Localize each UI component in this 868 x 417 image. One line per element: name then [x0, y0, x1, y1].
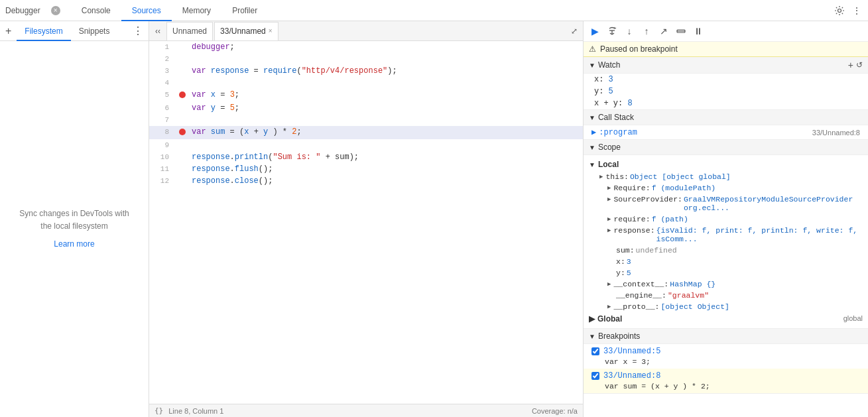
code-line-9: 9	[149, 139, 583, 151]
debug-toolbar: ▶ ↓ ↑ ↗ ⏸	[584, 21, 868, 42]
learn-more-link[interactable]: Learn more	[54, 238, 94, 251]
svg-point-0	[838, 9, 841, 12]
sidebar-tabs: + FilesystemSnippets ⋮	[0, 21, 149, 41]
code-line-8: 8var sum = (x + y ) * 2;	[149, 126, 583, 139]
watch-header[interactable]: ▼ Watch + ↺	[584, 57, 868, 74]
breakpoint-gutter-12[interactable]	[176, 175, 189, 187]
step-into-button[interactable]: ↓	[622, 24, 637, 38]
scope-val-2: GraalVMRepositoryModuleSourceProvider or…	[684, 195, 865, 212]
breakpoints-label: Breakpoints	[598, 331, 640, 341]
breakpoint-gutter-4[interactable]	[176, 77, 189, 89]
code-line-7: 7	[149, 114, 583, 126]
watch-items: x: 3y: 5x + y: 8	[584, 74, 868, 109]
line-number-5: 5	[149, 89, 176, 102]
bp-checkbox-0[interactable]	[591, 347, 599, 355]
expand-arrow-10[interactable]: ▶	[607, 302, 611, 310]
line-number-3: 3	[149, 65, 176, 77]
editor-tab-33-Unnamed[interactable]: 33/Unnamed×	[214, 22, 279, 40]
scope-items: ▶this: Object [object global]▶Require: f…	[584, 171, 868, 312]
tab-top-profiler[interactable]: Profiler	[221, 0, 268, 21]
local-scope-label[interactable]: ▼ Local	[584, 158, 868, 171]
breakpoint-gutter-1[interactable]	[176, 41, 189, 53]
deactivate-breakpoints-button[interactable]	[674, 24, 688, 38]
scope-val-7: 5	[627, 268, 631, 277]
sidebar-tab-snippets[interactable]: Snippets	[71, 21, 118, 41]
expand-arrow-8[interactable]: ▶	[607, 280, 611, 288]
callstack-header[interactable]: ▼ Call Stack	[584, 110, 868, 125]
tab-top-sources[interactable]: Sources	[121, 0, 172, 21]
code-content-10: response.println("Sum is: " + sum);	[189, 151, 583, 163]
breakpoint-gutter-7[interactable]	[176, 114, 189, 126]
line-number-4: 4	[149, 77, 176, 89]
line-number-8: 8	[149, 126, 176, 139]
step-button[interactable]: ↗	[656, 24, 671, 38]
resume-button[interactable]: ▶	[588, 24, 602, 38]
breakpoint-gutter-8[interactable]	[176, 126, 189, 139]
main-layout: + FilesystemSnippets ⋮ Sync changes in D…	[0, 21, 868, 417]
breakpoint-gutter-3[interactable]	[176, 65, 189, 77]
expand-arrow-2[interactable]: ▶	[607, 195, 611, 203]
breakpoint-gutter-9[interactable]	[176, 139, 189, 151]
bp-code-0: var x = 3;	[591, 357, 860, 366]
line-number-10: 10	[149, 151, 176, 163]
add-watch-button[interactable]: +	[848, 60, 853, 70]
expand-arrow-3[interactable]: ▶	[607, 215, 611, 223]
breakpoint-gutter-10[interactable]	[176, 151, 189, 163]
scope-section: ▼ Scope ▼ Local ▶this: Object [object gl…	[584, 140, 868, 329]
refresh-watch-button[interactable]: ↺	[856, 60, 863, 70]
tab-top-memory[interactable]: Memory	[172, 0, 221, 21]
tab-top-console[interactable]: Console	[71, 0, 121, 21]
scope-val-0: Object [object global]	[630, 172, 731, 181]
scope-key-3: require:	[613, 215, 650, 223]
code-line-11: 11response.flush();	[149, 163, 583, 175]
code-editor[interactable]: 1debugger;2 3var response = require("htt…	[149, 41, 583, 404]
callstack-arrow: ▼	[589, 114, 595, 121]
code-line-6: 6var y = 5;	[149, 102, 583, 114]
sidebar-menu-icon[interactable]: ⋮	[127, 25, 149, 37]
scope-header[interactable]: ▼ Scope	[584, 140, 868, 155]
more-icon[interactable]: ⋮	[851, 5, 863, 17]
scope-key-9: __engine__:	[616, 291, 666, 300]
bp-checkbox-1[interactable]	[591, 372, 599, 380]
callstack-item[interactable]: ▶:program33/Unnamed:8	[584, 125, 868, 139]
callstack-section: ▼ Call Stack ▶:program33/Unnamed:8	[584, 110, 868, 140]
breakpoint-gutter-6[interactable]	[176, 102, 189, 114]
close-button[interactable]: ×	[51, 6, 60, 15]
nav-back-icon[interactable]: ‹‹	[152, 25, 164, 37]
bp-location-0[interactable]: 33/Unnamed:5	[603, 347, 660, 356]
editor-expand-icon[interactable]: ⤢	[568, 25, 580, 37]
code-content-6: var y = 5;	[189, 102, 583, 114]
scope-val-3: f (path)	[652, 215, 688, 223]
expand-arrow-4[interactable]: ▶	[607, 226, 611, 234]
tab-close-33-Unnamed[interactable]: ×	[269, 22, 273, 40]
scope-key-6: x:	[616, 257, 625, 266]
breakpoint-gutter-5[interactable]	[176, 89, 189, 102]
status-position: Line 8, Column 1	[168, 407, 223, 415]
watch-val: 3	[609, 75, 613, 84]
code-content-1: debugger;	[189, 41, 583, 53]
add-source-button[interactable]: +	[0, 23, 17, 40]
breakpoint-gutter-2[interactable]	[176, 53, 189, 65]
expand-arrow-0[interactable]: ▶	[599, 172, 603, 180]
bp-location-1[interactable]: 33/Unnamed:8	[603, 371, 660, 381]
global-scope-row[interactable]: ▶ Global global	[584, 312, 868, 326]
code-content-8: var sum = (x + y ) * 2;	[189, 126, 583, 139]
breakpoints-items: 33/Unnamed:5 var x = 3; 33/Unnamed:8 var…	[584, 344, 868, 393]
sidebar-tab-filesystem[interactable]: Filesystem	[17, 21, 70, 41]
watch-val: 5	[609, 87, 613, 96]
scope-key-2: SourceProvider:	[613, 195, 682, 204]
step-over-button[interactable]	[605, 24, 619, 38]
editor-tab-Unnamed[interactable]: Unnamed	[166, 22, 213, 40]
breakpoints-header[interactable]: ▼ Breakpoints	[584, 329, 868, 344]
settings-icon[interactable]	[834, 5, 845, 17]
line-number-2: 2	[149, 53, 176, 65]
scope-val-1: f (modulePath)	[652, 184, 716, 192]
watch-label: Watch	[598, 60, 621, 70]
line-number-1: 1	[149, 41, 176, 53]
local-arrow: ▼	[589, 161, 595, 168]
scope-val-6: 3	[627, 257, 631, 266]
pause-button[interactable]: ⏸	[691, 24, 706, 38]
expand-arrow-1[interactable]: ▶	[607, 184, 611, 192]
step-out-button[interactable]: ↑	[639, 24, 654, 38]
breakpoint-gutter-11[interactable]	[176, 163, 189, 175]
